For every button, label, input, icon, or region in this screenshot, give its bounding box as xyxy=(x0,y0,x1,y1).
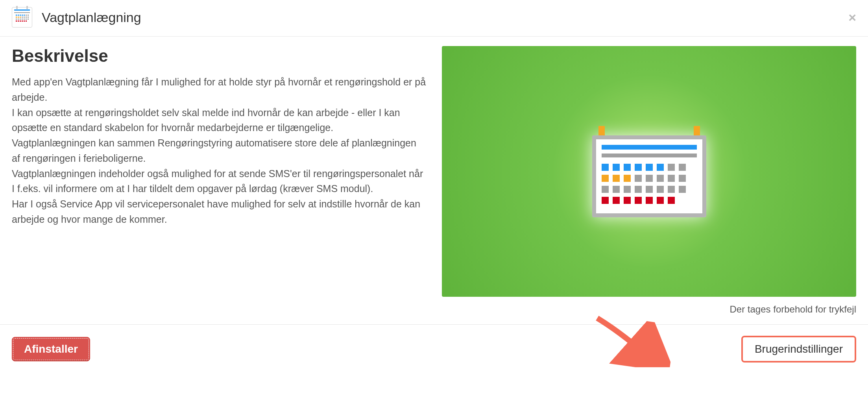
uninstall-button[interactable]: Afinstaller xyxy=(12,337,90,361)
calendar-illustration xyxy=(592,126,706,217)
user-settings-button[interactable]: Brugerindstillinger xyxy=(741,336,856,363)
modal-header: Vagtplanlægning × xyxy=(0,0,868,37)
modal-title: Vagtplanlægning xyxy=(42,10,141,25)
modal-footer: Afinstaller Brugerindstillinger xyxy=(0,325,868,367)
calendar-icon xyxy=(12,7,32,28)
description-body: Med app'en Vagtplanlægning får I mulighe… xyxy=(12,74,426,227)
close-icon[interactable]: × xyxy=(848,11,856,24)
description-heading: Beskrivelse xyxy=(12,46,426,66)
disclaimer-text: Der tages forbehold for trykfejl xyxy=(442,304,856,315)
app-illustration xyxy=(442,46,856,297)
